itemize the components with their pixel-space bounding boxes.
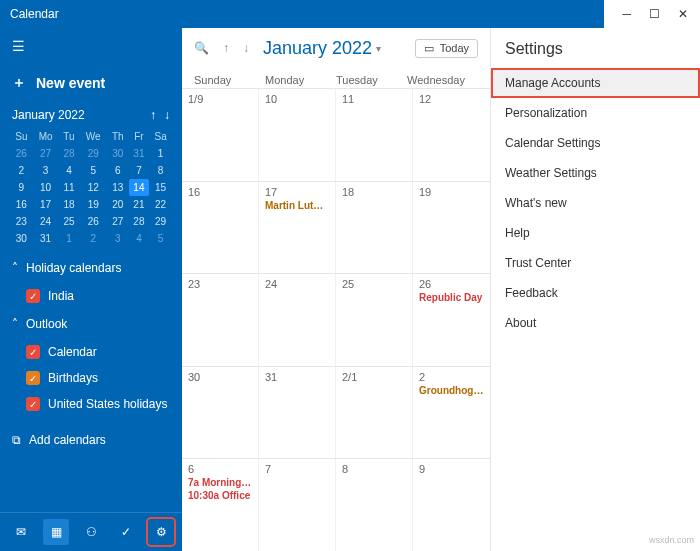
settings-item-feedback[interactable]: Feedback [491,278,700,308]
settings-item-weather-settings[interactable]: Weather Settings [491,158,700,188]
checkbox-icon[interactable]: ✓ [26,289,40,303]
mini-day[interactable]: 30 [10,230,33,247]
sidebar-item-birthdays[interactable]: ✓ Birthdays [0,365,182,391]
event-item[interactable]: 7a Morning Wa [188,477,252,488]
mini-day[interactable]: 27 [107,213,129,230]
month-title[interactable]: January 2022 ▾ [263,38,381,59]
mini-day[interactable]: 1 [58,230,79,247]
calendar-cell[interactable]: 1/9 [182,88,259,181]
mini-day[interactable]: 26 [10,145,33,162]
mini-day[interactable]: 16 [10,196,33,213]
checkbox-icon[interactable]: ✓ [26,345,40,359]
calendar-cell[interactable]: 18 [336,181,413,274]
minimize-button[interactable]: ─ [622,7,631,21]
mini-day[interactable]: 13 [107,179,129,196]
new-event-button[interactable]: ＋ New event [0,64,182,102]
mini-month-label[interactable]: January 2022 [12,108,85,122]
mini-day[interactable]: 11 [58,179,79,196]
checkbox-icon[interactable]: ✓ [26,397,40,411]
mini-calendar[interactable]: SuMoTuWeThFrSa26272829303112345678910111… [0,128,182,253]
search-icon[interactable]: 🔍 [194,41,209,55]
add-calendars-button[interactable]: ⧉ Add calendars [0,425,182,455]
next-icon[interactable]: ↓ [243,41,249,55]
calendar-cell[interactable]: 30 [182,366,259,459]
mini-day[interactable]: 1 [149,145,172,162]
calendar-cell[interactable]: 2Groundhog Day [413,366,490,459]
mini-day[interactable]: 31 [33,230,59,247]
mini-day[interactable]: 29 [79,145,107,162]
mini-day[interactable]: 24 [33,213,59,230]
hamburger-icon[interactable]: ☰ [0,34,182,64]
event-item[interactable]: Martin Luther K [265,200,329,211]
settings-icon[interactable]: ⚙ [148,519,174,545]
close-button[interactable]: ✕ [678,7,688,21]
sidebar-item-us-holidays[interactable]: ✓ United States holidays [0,391,182,417]
calendar-cell[interactable]: 8 [336,458,413,551]
todo-icon[interactable]: ✓ [113,519,139,545]
outlook-section[interactable]: ˄ Outlook [0,309,182,339]
mini-day[interactable]: 3 [33,162,59,179]
mini-day[interactable]: 20 [107,196,129,213]
mini-day[interactable]: 2 [10,162,33,179]
calendar-cell[interactable]: 10 [259,88,336,181]
settings-item-manage-accounts[interactable]: Manage Accounts [491,68,700,98]
calendar-cell[interactable]: 19 [413,181,490,274]
mini-next-icon[interactable]: ↓ [164,108,170,122]
settings-item-help[interactable]: Help [491,218,700,248]
sidebar-item-calendar[interactable]: ✓ Calendar [0,339,182,365]
mini-day[interactable]: 25 [58,213,79,230]
mini-day[interactable]: 12 [79,179,107,196]
calendar-cell[interactable]: 16 [182,181,259,274]
checkbox-icon[interactable]: ✓ [26,371,40,385]
mini-prev-icon[interactable]: ↑ [150,108,156,122]
settings-item-trust-center[interactable]: Trust Center [491,248,700,278]
event-item[interactable]: 10:30a Office [188,490,252,501]
settings-item-calendar-settings[interactable]: Calendar Settings [491,128,700,158]
mini-day[interactable]: 5 [149,230,172,247]
settings-item-about[interactable]: About [491,308,700,338]
holiday-calendars-section[interactable]: ˄ Holiday calendars [0,253,182,283]
calendar-icon[interactable]: ▦ [43,519,69,545]
mini-day[interactable]: 27 [33,145,59,162]
calendar-cell[interactable]: 12 [413,88,490,181]
calendar-cell[interactable]: 31 [259,366,336,459]
sidebar-item-india[interactable]: ✓ India [0,283,182,309]
mini-day[interactable]: 6 [107,162,129,179]
prev-icon[interactable]: ↑ [223,41,229,55]
settings-item-personalization[interactable]: Personalization [491,98,700,128]
mini-day[interactable]: 30 [107,145,129,162]
calendar-cell[interactable]: 25 [336,273,413,366]
mini-day[interactable]: 19 [79,196,107,213]
event-item[interactable]: Groundhog Day [419,385,484,396]
event-item[interactable]: Republic Day [419,292,484,303]
mini-day[interactable]: 22 [149,196,172,213]
mini-day[interactable]: 7 [129,162,150,179]
calendar-grid[interactable]: 1/91011121617Martin Luther K181923242526… [182,88,490,551]
mini-day[interactable]: 9 [10,179,33,196]
mini-day[interactable]: 26 [79,213,107,230]
calendar-cell[interactable]: 23 [182,273,259,366]
mini-day[interactable]: 8 [149,162,172,179]
calendar-cell[interactable]: 24 [259,273,336,366]
mini-day[interactable]: 31 [129,145,150,162]
mini-day[interactable]: 28 [58,145,79,162]
mini-day[interactable]: 21 [129,196,150,213]
maximize-button[interactable]: ☐ [649,7,660,21]
mini-day[interactable]: 28 [129,213,150,230]
calendar-cell[interactable]: 11 [336,88,413,181]
mini-day[interactable]: 10 [33,179,59,196]
calendar-cell[interactable]: 67a Morning Wa10:30a Office [182,458,259,551]
mini-day[interactable]: 2 [79,230,107,247]
mini-day[interactable]: 15 [149,179,172,196]
mini-day[interactable]: 29 [149,213,172,230]
today-button[interactable]: ▭ Today [415,39,478,58]
settings-item-what-s-new[interactable]: What's new [491,188,700,218]
mini-day[interactable]: 3 [107,230,129,247]
calendar-cell[interactable]: 17Martin Luther K [259,181,336,274]
mini-day[interactable]: 4 [58,162,79,179]
mini-day[interactable]: 4 [129,230,150,247]
calendar-cell[interactable]: 26Republic Day [413,273,490,366]
calendar-cell[interactable]: 9 [413,458,490,551]
calendar-cell[interactable]: 2/1 [336,366,413,459]
mini-day[interactable]: 18 [58,196,79,213]
